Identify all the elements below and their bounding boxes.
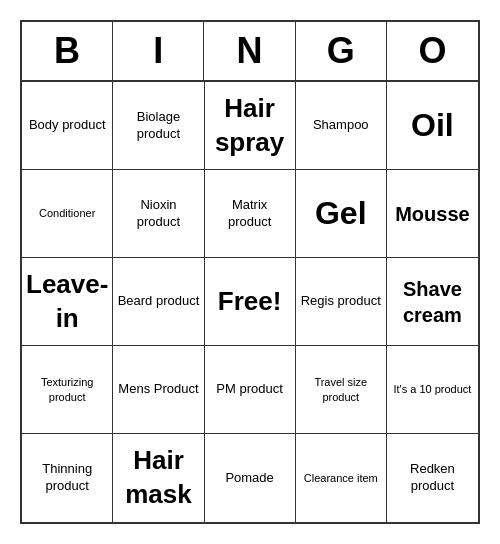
bingo-header: BINGO <box>22 22 478 82</box>
cell-text-3: Shampoo <box>313 117 369 134</box>
bingo-cell-15: Texturizing product <box>22 346 113 434</box>
header-letter-g: G <box>296 22 387 80</box>
cell-text-5: Conditioner <box>39 206 95 220</box>
bingo-cell-6: Nioxin product <box>113 170 204 258</box>
cell-text-8: Gel <box>315 193 367 235</box>
bingo-cell-11: Beard product <box>113 258 204 346</box>
bingo-cell-19: It's a 10 product <box>387 346 478 434</box>
bingo-cell-21: Hair mask <box>113 434 204 522</box>
cell-text-7: Matrix product <box>209 197 291 231</box>
bingo-card: BINGO Body productBiolage productHair sp… <box>20 20 480 524</box>
bingo-cell-12: Free! <box>205 258 296 346</box>
bingo-cell-1: Biolage product <box>113 82 204 170</box>
bingo-cell-18: Travel size product <box>296 346 387 434</box>
bingo-cell-4: Oil <box>387 82 478 170</box>
header-letter-i: I <box>113 22 204 80</box>
cell-text-12: Free! <box>218 285 282 319</box>
cell-text-0: Body product <box>29 117 106 134</box>
bingo-cell-13: Regis product <box>296 258 387 346</box>
cell-text-13: Regis product <box>301 293 381 310</box>
cell-text-15: Texturizing product <box>26 375 108 404</box>
cell-text-10: Leave-in <box>26 268 108 336</box>
cell-text-22: Pomade <box>225 470 273 487</box>
bingo-cell-3: Shampoo <box>296 82 387 170</box>
bingo-cell-20: Thinning product <box>22 434 113 522</box>
cell-text-2: Hair spray <box>209 92 291 160</box>
bingo-cell-14: Shave cream <box>387 258 478 346</box>
bingo-cell-2: Hair spray <box>205 82 296 170</box>
cell-text-1: Biolage product <box>117 109 199 143</box>
header-letter-b: B <box>22 22 113 80</box>
cell-text-9: Mousse <box>395 201 469 227</box>
cell-text-11: Beard product <box>118 293 200 310</box>
header-letter-n: N <box>204 22 295 80</box>
bingo-grid: Body productBiolage productHair spraySha… <box>22 82 478 522</box>
bingo-cell-8: Gel <box>296 170 387 258</box>
bingo-cell-9: Mousse <box>387 170 478 258</box>
cell-text-23: Clearance item <box>304 471 378 485</box>
bingo-cell-7: Matrix product <box>205 170 296 258</box>
cell-text-6: Nioxin product <box>117 197 199 231</box>
cell-text-20: Thinning product <box>26 461 108 495</box>
cell-text-19: It's a 10 product <box>393 382 471 396</box>
bingo-cell-17: PM product <box>205 346 296 434</box>
bingo-cell-23: Clearance item <box>296 434 387 522</box>
cell-text-18: Travel size product <box>300 375 382 404</box>
bingo-cell-0: Body product <box>22 82 113 170</box>
bingo-cell-22: Pomade <box>205 434 296 522</box>
bingo-cell-10: Leave-in <box>22 258 113 346</box>
cell-text-24: Redken product <box>391 461 474 495</box>
cell-text-16: Mens Product <box>118 381 198 398</box>
cell-text-4: Oil <box>411 105 454 147</box>
bingo-cell-24: Redken product <box>387 434 478 522</box>
bingo-cell-16: Mens Product <box>113 346 204 434</box>
cell-text-17: PM product <box>216 381 282 398</box>
bingo-cell-5: Conditioner <box>22 170 113 258</box>
header-letter-o: O <box>387 22 478 80</box>
cell-text-21: Hair mask <box>117 444 199 512</box>
cell-text-14: Shave cream <box>391 276 474 328</box>
